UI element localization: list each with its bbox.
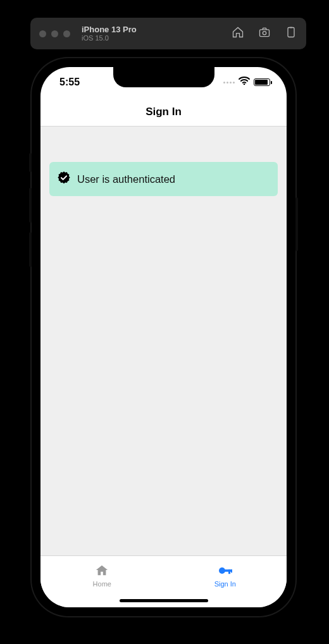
status-time: 5:55 — [59, 77, 80, 88]
volume-down-button — [29, 232, 32, 267]
cellular-icon — [223, 82, 235, 84]
simulator-toolbar: iPhone 13 Pro iOS 15.0 — [30, 18, 306, 49]
svg-rect-0 — [260, 30, 270, 37]
tab-home-label: Home — [93, 580, 111, 588]
svg-point-3 — [244, 84, 245, 85]
svg-point-4 — [219, 567, 225, 574]
key-icon — [217, 564, 233, 579]
svg-rect-7 — [231, 569, 232, 573]
home-icon — [94, 564, 110, 579]
home-indicator[interactable] — [120, 599, 208, 602]
page-title: Sign In — [146, 106, 182, 118]
simulator-os-label: iOS 15.0 — [82, 34, 137, 42]
svg-point-1 — [263, 32, 266, 35]
navigation-header: Sign In — [40, 97, 287, 127]
minimize-window-dot[interactable] — [51, 30, 58, 37]
auth-status-text: User is authenticated — [77, 173, 175, 185]
device-screen: 5:55 Sign In User is authenticated — [40, 67, 287, 607]
battery-icon — [254, 78, 270, 86]
tab-home[interactable]: Home — [40, 556, 164, 595]
device-notch — [113, 67, 214, 87]
rotate-icon[interactable] — [285, 26, 297, 41]
home-icon[interactable] — [232, 26, 244, 41]
simulator-device-label: iPhone 13 Pro — [82, 25, 137, 34]
verified-icon — [57, 171, 71, 187]
close-window-dot[interactable] — [39, 30, 46, 37]
mute-switch — [29, 153, 32, 172]
zoom-window-dot[interactable] — [63, 30, 70, 37]
tab-signin-label: Sign In — [214, 580, 236, 588]
tab-signin[interactable]: Sign In — [164, 556, 287, 595]
volume-up-button — [29, 188, 32, 223]
auth-status-banner: User is authenticated — [49, 162, 278, 196]
simulator-title: iPhone 13 Pro iOS 15.0 — [82, 25, 137, 42]
svg-rect-6 — [228, 569, 230, 574]
svg-rect-2 — [288, 28, 294, 37]
window-controls[interactable] — [39, 30, 70, 37]
device-frame: 5:55 Sign In User is authenticated — [32, 58, 295, 616]
screen-content: User is authenticated — [40, 127, 287, 555]
power-button — [295, 197, 298, 251]
screenshot-icon[interactable] — [258, 26, 271, 41]
wifi-icon — [239, 77, 250, 88]
